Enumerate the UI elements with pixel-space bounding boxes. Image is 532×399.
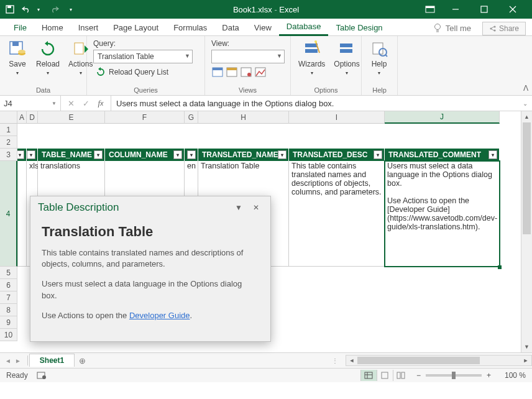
qat-customize-icon[interactable]: ▾: [66, 4, 76, 14]
macro-record-icon[interactable]: [37, 371, 47, 380]
horizontal-scrollbar[interactable]: ◄ ►: [346, 355, 532, 366]
cell-blank1[interactable]: [17, 161, 27, 267]
redo-icon[interactable]: [50, 4, 60, 14]
sheet-tab-1[interactable]: Sheet1: [29, 354, 75, 367]
maximize-button[interactable]: [470, 0, 498, 19]
tab-formulas[interactable]: Formulas: [166, 20, 214, 35]
popup-close-icon[interactable]: ✕: [249, 201, 263, 214]
scroll-left-icon[interactable]: ◄: [346, 357, 357, 364]
tab-insert[interactable]: Insert: [71, 20, 106, 35]
zoom-value[interactable]: 100 %: [496, 371, 526, 380]
tab-database[interactable]: Database: [279, 19, 329, 36]
tab-data[interactable]: Data: [214, 20, 246, 35]
row-1[interactable]: 1: [0, 124, 17, 136]
filter-icon[interactable]: ▾: [17, 150, 24, 159]
zoom-slider[interactable]: [426, 374, 482, 377]
filter-icon[interactable]: ▾: [187, 150, 196, 159]
fill-handle[interactable]: [498, 265, 502, 269]
th-blank1[interactable]: ▾: [17, 149, 27, 161]
share-button[interactable]: Share: [482, 22, 526, 35]
add-sheet-icon[interactable]: ⊕: [75, 356, 89, 365]
reload-button[interactable]: Reload▾: [32, 38, 63, 78]
filter-icon[interactable]: ▾: [173, 150, 182, 159]
cell-translated-desc[interactable]: This table contains translated names and…: [289, 161, 385, 267]
fx-icon[interactable]: fx: [93, 96, 108, 111]
reload-query-button[interactable]: Reload Query List: [93, 66, 198, 78]
view-pagelayout-icon[interactable]: [377, 370, 393, 381]
save-button[interactable]: Save▾: [4, 38, 31, 78]
col-F[interactable]: F: [105, 111, 185, 124]
scroll-down-icon[interactable]: ▼: [521, 341, 532, 352]
th-translated-name[interactable]: TRANSLATED_NAME▾: [198, 149, 289, 161]
view-pagebreak-icon[interactable]: [393, 370, 409, 381]
hscroll-thumb[interactable]: [357, 357, 480, 364]
tab-view[interactable]: View: [247, 20, 279, 35]
view-icon-1[interactable]: [211, 66, 224, 78]
filter-icon[interactable]: ▾: [94, 150, 103, 159]
zoom-in-icon[interactable]: +: [487, 371, 491, 380]
col-H[interactable]: H: [198, 111, 289, 124]
sheet-nav-last-icon[interactable]: ►: [15, 357, 21, 364]
row-3[interactable]: 3: [0, 149, 17, 161]
col-G[interactable]: G: [185, 111, 198, 124]
tab-tabledesign[interactable]: Table Design: [328, 20, 390, 35]
filter-icon[interactable]: ▾: [278, 150, 287, 159]
col-D[interactable]: D: [27, 111, 38, 124]
tab-file[interactable]: File: [6, 20, 34, 35]
row-4[interactable]: 4: [0, 161, 17, 267]
scroll-thumb[interactable]: [523, 122, 531, 234]
col-A[interactable]: A: [17, 111, 27, 124]
collapse-ribbon-icon[interactable]: ᐱ: [523, 84, 528, 93]
tab-home[interactable]: Home: [34, 20, 71, 35]
filter-icon[interactable]: ▾: [488, 150, 497, 159]
th-translated-comment[interactable]: TRANSLATED_COMMENT▾: [385, 149, 500, 161]
expand-formula-icon[interactable]: ⌄: [518, 100, 532, 107]
th-blank3[interactable]: ▾: [185, 149, 198, 161]
accept-formula-icon[interactable]: ✓: [78, 96, 93, 111]
tell-me[interactable]: Tell me: [427, 21, 477, 35]
scroll-right-icon[interactable]: ►: [520, 357, 531, 364]
row-9[interactable]: 9: [0, 316, 17, 329]
col-E[interactable]: E: [38, 111, 105, 124]
view-select[interactable]: ▼: [211, 50, 285, 63]
select-all-cell[interactable]: [0, 111, 17, 124]
th-table-name[interactable]: TABLE_NAME▾: [38, 149, 105, 161]
col-J[interactable]: J: [385, 111, 500, 124]
cancel-formula-icon[interactable]: ✕: [63, 96, 78, 111]
th-blank2[interactable]: ▾: [27, 149, 38, 161]
query-select[interactable]: Translation Table ▼: [93, 50, 193, 63]
undo-dropdown-icon[interactable]: ▾: [34, 4, 44, 14]
popup-dropdown-icon[interactable]: ▼: [232, 201, 245, 214]
row-10[interactable]: 10: [0, 329, 17, 341]
filter-icon[interactable]: ▾: [27, 150, 35, 159]
developer-guide-link[interactable]: Developer Guide: [129, 311, 190, 320]
save-icon[interactable]: [5, 4, 15, 14]
help-button[interactable]: Help▾: [365, 38, 393, 78]
formula-input[interactable]: Users must select a data language in the…: [111, 96, 518, 111]
row-6[interactable]: 6: [0, 279, 17, 291]
vertical-scrollbar[interactable]: ▲ ▼: [521, 111, 532, 352]
row-8[interactable]: 8: [0, 304, 17, 316]
tab-pagelayout[interactable]: Page Layout: [106, 20, 166, 35]
row-2[interactable]: 2: [0, 136, 17, 149]
row-7[interactable]: 7: [0, 291, 17, 304]
undo-icon[interactable]: [21, 4, 31, 14]
zoom-handle[interactable]: [452, 372, 456, 379]
minimize-button[interactable]: [441, 0, 470, 19]
row-5[interactable]: 5: [0, 267, 17, 279]
view-normal-icon[interactable]: [360, 370, 377, 381]
options-button[interactable]: Options▾: [330, 38, 363, 78]
tab-split-icon[interactable]: ⋮: [329, 357, 341, 364]
ribbon-display-icon[interactable]: [419, 0, 441, 19]
close-button[interactable]: [498, 0, 527, 19]
view-icon-4[interactable]: [254, 66, 267, 78]
view-icon-2[interactable]: [226, 66, 238, 78]
sheet-nav-first-icon[interactable]: ◄: [5, 357, 11, 364]
name-box[interactable]: J4 ▼: [0, 96, 61, 111]
th-column-name[interactable]: COLUMN_NAME▾: [105, 149, 185, 161]
zoom-out-icon[interactable]: −: [416, 371, 421, 380]
view-icon-3[interactable]: [240, 66, 252, 78]
th-translated-desc[interactable]: TRANSLATED_DESC▾: [289, 149, 385, 161]
filter-icon[interactable]: ▾: [374, 150, 382, 159]
wizards-button[interactable]: Wizards▾: [295, 38, 329, 78]
